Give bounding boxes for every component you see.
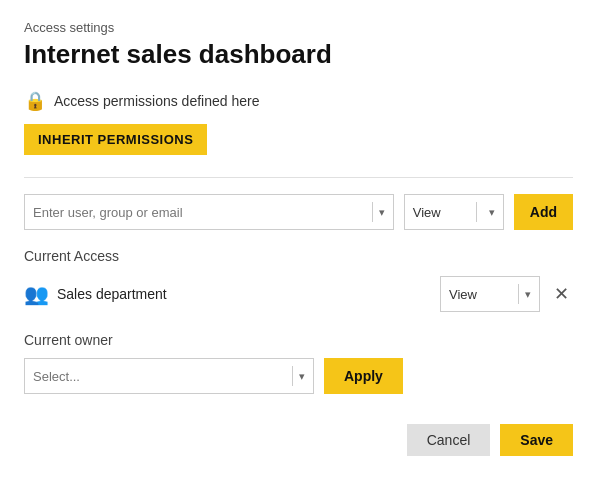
lock-icon: 🔒: [24, 90, 46, 112]
apply-button[interactable]: Apply: [324, 358, 403, 394]
footer-actions: Cancel Save: [24, 424, 573, 456]
current-access-label: Current Access: [24, 248, 573, 264]
add-button[interactable]: Add: [514, 194, 573, 230]
save-button[interactable]: Save: [500, 424, 573, 456]
remove-access-button[interactable]: ✕: [550, 281, 573, 307]
breadcrumb: Access settings: [24, 20, 573, 35]
group-view-chevron-icon[interactable]: ▾: [525, 288, 531, 301]
group-view-divider: [518, 284, 519, 304]
group-name: Sales department: [57, 286, 440, 302]
user-group-email-input[interactable]: [33, 205, 366, 220]
access-row: 👥 Sales department View ▾ ✕: [24, 276, 573, 312]
owner-select-chevron-icon[interactable]: ▾: [299, 370, 305, 383]
current-owner-label: Current owner: [24, 332, 573, 348]
group-view-label: View: [449, 287, 512, 302]
owner-select-divider: [292, 366, 293, 386]
divider: [24, 177, 573, 178]
page-title: Internet sales dashboard: [24, 39, 573, 70]
owner-row: ▾ Apply: [24, 358, 573, 394]
view-select-wrapper: View ▾: [404, 194, 504, 230]
user-input-row: ▾ View ▾ Add: [24, 194, 573, 230]
group-icon: 👥: [24, 282, 49, 306]
owner-select-wrapper: ▾: [24, 358, 314, 394]
view-divider: [476, 202, 477, 222]
current-owner-section: Current owner ▾ Apply: [24, 332, 573, 394]
cancel-button[interactable]: Cancel: [407, 424, 491, 456]
owner-select-input[interactable]: [33, 369, 286, 384]
user-input-chevron-icon[interactable]: ▾: [379, 206, 385, 219]
input-divider: [372, 202, 373, 222]
view-option-label: View: [413, 205, 464, 220]
group-view-wrapper: View ▾: [440, 276, 540, 312]
permissions-notice: 🔒 Access permissions defined here: [24, 90, 573, 112]
user-input-wrapper: ▾: [24, 194, 394, 230]
view-chevron-icon[interactable]: ▾: [489, 206, 495, 219]
inherit-permissions-button[interactable]: INHERIT PERMISSIONS: [24, 124, 207, 155]
permissions-notice-text: Access permissions defined here: [54, 93, 259, 109]
